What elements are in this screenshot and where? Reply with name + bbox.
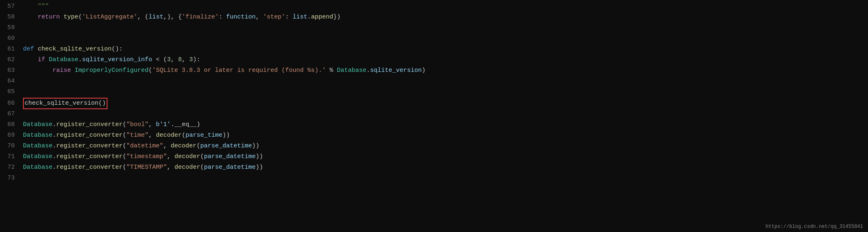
string-dq-token: "TIMESTAMP" [126, 164, 167, 171]
class-name-token: Database [49, 56, 78, 63]
line-content: return type('ListAggregate', (list,), {'… [23, 12, 865, 22]
plain-token: , [163, 142, 171, 149]
comment-token: """ [38, 3, 49, 10]
func-yellow-token: decoder [156, 132, 182, 139]
plain-token: : [219, 14, 226, 21]
func-yellow-token: check_sqlite_version [38, 46, 112, 53]
line-number: 71 [3, 152, 23, 162]
class-name-token: Database [23, 142, 53, 149]
code-line: 58 return type('ListAggregate', (list,),… [0, 12, 868, 23]
func-yellow-token: type [64, 14, 78, 21]
line-number: 69 [3, 131, 23, 140]
plain-token: % [326, 67, 337, 74]
line-number: 62 [3, 55, 23, 65]
func-yellow-token: register_converter [56, 142, 123, 149]
code-line: 67 [0, 109, 868, 120]
plain-token: ,), { [163, 14, 182, 21]
identifier-token: list [148, 14, 163, 21]
line-content: if Database.sqlite_version_info < (3, 8,… [23, 55, 865, 65]
plain-token: )) [222, 132, 230, 139]
line-number: 58 [3, 12, 23, 22]
line-content: Database.register_converter("datetime", … [23, 141, 865, 151]
line-number: 70 [3, 141, 23, 151]
plain-token: < ( [152, 56, 167, 63]
func-yellow-token: append [311, 14, 333, 21]
line-content: Database.register_converter("bool", b'1'… [23, 120, 865, 130]
plain-token: ( [200, 153, 204, 160]
highlighted-call: check_sqlite_version() [23, 98, 107, 109]
code-line: 60 [0, 34, 868, 44]
line-number: 65 [3, 87, 23, 97]
line-content: """ [23, 2, 865, 11]
line-number: 61 [3, 44, 23, 54]
class-name-token: Database [23, 132, 53, 139]
code-line: 73 [0, 173, 868, 184]
indent-token [23, 14, 38, 21]
plain-token: ( [78, 14, 82, 21]
plain-token: ): [193, 56, 200, 63]
identifier-token: parse_datetime [204, 164, 256, 171]
indent-token [23, 67, 53, 74]
line-number: 59 [3, 23, 23, 33]
line-content: raise ImproperlyConfigured('SQLite 3.8.3… [23, 66, 865, 76]
code-line: 65 [0, 87, 868, 98]
identifier-token: list [292, 14, 307, 21]
line-number: 60 [3, 34, 23, 44]
identifier-token: sqlite_version [370, 67, 422, 74]
plain-token: , [167, 164, 174, 171]
identifier-token: parse_datetime [200, 142, 252, 149]
plain-token: , [148, 132, 156, 139]
plain-token: , ( [137, 14, 148, 21]
plain-token: , [167, 153, 174, 160]
plain-token: ( [123, 153, 126, 160]
plain-token: .__eq__) [171, 121, 200, 128]
plain-token: ( [123, 142, 126, 149]
code-line: 62 if Database.sqlite_version_info < (3,… [0, 55, 868, 66]
plain-token: . [53, 121, 56, 128]
kw-raise-token: raise [53, 67, 71, 74]
func-yellow-token: register_converter [56, 153, 123, 160]
line-content: def check_sqlite_version(): [23, 44, 865, 54]
plain-token [71, 67, 75, 74]
plain-token: . [53, 153, 56, 160]
plain-token: ( [148, 67, 152, 74]
number-token: 3 [167, 56, 171, 63]
plain-token: ( [196, 142, 200, 149]
code-line: 72Database.register_converter("TIMESTAMP… [0, 163, 868, 173]
plain-token: . [53, 142, 56, 149]
plain-token: ) [422, 67, 425, 74]
kw-return-token: return [38, 14, 60, 21]
plain-token: ( [200, 164, 204, 171]
string-dq-token: "datetime" [126, 142, 163, 149]
plain-token: ( [123, 121, 126, 128]
plain-token: )) [256, 153, 263, 160]
plain-token: ( [123, 164, 126, 171]
func-yellow-token: decoder [171, 142, 196, 149]
plain-token: }) [333, 14, 340, 21]
line-number: 67 [3, 109, 23, 119]
url-bar: https://blog.csdn.net/qq_31455841 [765, 224, 863, 230]
string-red-token: 'step' [263, 14, 285, 21]
line-number: 68 [3, 120, 23, 130]
class-name-token: Database [23, 164, 53, 171]
line-number: 63 [3, 66, 23, 76]
plain-token: . [78, 56, 82, 63]
number-token: 8 [178, 56, 182, 63]
plain-token: , [182, 56, 189, 63]
plain-token: )) [252, 142, 259, 149]
code-line: 63 raise ImproperlyConfigured('SQLite 3.… [0, 66, 868, 76]
code-line: 61def check_sqlite_version(): [0, 44, 868, 55]
plain-token: )) [256, 164, 263, 171]
identifier-token: sqlite_version_info [82, 56, 152, 63]
string-red-token: 'finalize' [182, 14, 219, 21]
line-content: Database.register_converter("timestamp",… [23, 152, 865, 162]
indent-token [23, 56, 38, 63]
plain-token: ( [123, 132, 126, 139]
indent-token [23, 3, 38, 10]
line-content: Database.register_converter("TIMESTAMP",… [23, 163, 865, 172]
identifier-token: b'1' [156, 121, 171, 128]
func-yellow-token: register_converter [56, 121, 123, 128]
plain-token: , [256, 14, 263, 21]
class-name-token: ImproperlyConfigured [75, 67, 148, 74]
code-line: 59 [0, 23, 868, 34]
